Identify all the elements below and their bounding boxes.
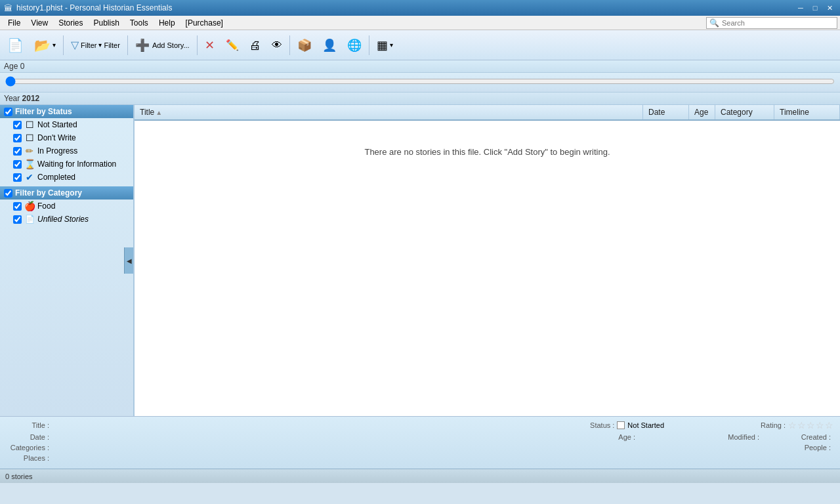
completed-icon: ✔ <box>24 172 35 182</box>
completed-checkbox[interactable] <box>13 173 22 182</box>
filter-button[interactable]: ▽ Filter ▾ Filter <box>66 33 125 57</box>
star-4[interactable]: ☆ <box>816 420 824 430</box>
age-slider[interactable] <box>5 75 835 87</box>
age-value: 0 <box>20 62 25 71</box>
food-icon: 🍎 <box>24 201 35 211</box>
filter-item-unfiled[interactable]: 📄 Unfiled Stories <box>0 213 133 226</box>
grid-arrow-icon: ▾ <box>390 41 393 49</box>
people-label: People : <box>788 444 831 452</box>
menu-tools[interactable]: Tools <box>125 17 154 29</box>
food-checkbox[interactable] <box>13 202 22 211</box>
star-3[interactable]: ☆ <box>807 420 815 430</box>
completed-label: Completed <box>37 173 75 182</box>
star-2[interactable]: ☆ <box>797 420 806 430</box>
empty-message: There are no stories in this file. Click… <box>364 147 610 157</box>
filter-status-header[interactable]: Filter by Status <box>0 105 133 118</box>
delete-button[interactable]: ✕ <box>200 33 220 57</box>
places-label: Places : <box>7 454 49 462</box>
bottom-panel: Title : Status : Not Started Rating : ☆ … <box>0 416 840 469</box>
waiting-checkbox[interactable] <box>13 160 22 169</box>
filter-item-in-progress[interactable]: ✏ In Progress <box>0 144 133 158</box>
restore-button[interactable]: □ <box>808 2 822 14</box>
filter-category-checkbox[interactable] <box>4 189 12 198</box>
globe-icon: 🌐 <box>347 39 362 51</box>
filter-item-waiting[interactable]: ⌛ Waiting for Information <box>0 158 133 171</box>
stories-count: 0 stories <box>5 472 33 480</box>
unfiled-icon: 📄 <box>24 215 35 224</box>
filter-label: Filter <box>81 41 96 49</box>
open-icon: 📂 <box>34 39 51 52</box>
filter-item-completed[interactable]: ✔ Completed <box>0 171 133 184</box>
age-info-label: Age : <box>593 433 635 441</box>
filter-category-header[interactable]: Filter by Category <box>0 186 133 200</box>
edit-button[interactable]: ✏️ <box>221 33 243 57</box>
filter-item-dont-write[interactable]: ☐ Don't Write <box>0 131 133 144</box>
status-info: Status : Not Started <box>572 419 664 431</box>
col-category-label: Category <box>721 108 753 117</box>
menu-file[interactable]: File <box>3 17 26 29</box>
menu-stories[interactable]: Stories <box>53 17 88 29</box>
age-label: Age <box>4 62 18 71</box>
filter-status-checkbox[interactable] <box>4 108 12 116</box>
col-age[interactable]: Age <box>689 105 715 119</box>
col-category[interactable]: Category <box>715 105 774 119</box>
col-date[interactable]: Date <box>643 105 689 119</box>
date-info: Date : <box>7 432 52 442</box>
preview-button[interactable]: 👁 <box>267 33 287 57</box>
dont-write-checkbox[interactable] <box>13 134 22 142</box>
filter-item-not-started[interactable]: ☐ Not Started <box>0 118 133 131</box>
waiting-icon: ⌛ <box>24 159 35 169</box>
open-button[interactable]: 📂 ▾ <box>30 33 60 57</box>
edit-icon: ✏️ <box>226 40 239 51</box>
globe-button[interactable]: 🌐 <box>343 33 366 57</box>
unfiled-checkbox[interactable] <box>13 215 22 224</box>
col-date-label: Date <box>648 108 665 117</box>
search-input[interactable] <box>722 19 834 27</box>
new-icon: 📄 <box>7 39 24 52</box>
created-info: Created : <box>788 432 833 442</box>
toolbar-sep-2 <box>127 35 128 55</box>
not-started-checkbox[interactable] <box>13 121 22 129</box>
person-button[interactable]: 👤 <box>318 33 341 57</box>
year-label: Year <box>4 94 20 103</box>
col-timeline[interactable]: Timeline <box>774 105 840 119</box>
filter-item-food[interactable]: 🍎 Food <box>0 200 133 213</box>
menu-publish[interactable]: Publish <box>89 17 125 29</box>
close-button[interactable]: ✕ <box>823 2 836 14</box>
dont-write-label: Don't Write <box>37 133 76 142</box>
collapse-arrow[interactable]: ◀ <box>124 247 133 274</box>
unfiled-label: Unfiled Stories <box>37 215 89 224</box>
box-button[interactable]: 📦 <box>293 33 316 57</box>
titlebar: 🏛 history1.phist - Personal Historian Es… <box>0 0 840 16</box>
box-icon: 📦 <box>297 39 312 51</box>
toolbar: 📄 📂 ▾ ▽ Filter ▾ Filter ➕ Add Story... ✕… <box>0 30 840 60</box>
preview-icon: 👁 <box>272 40 282 51</box>
rating-label: Rating : <box>743 421 786 429</box>
modified-label: Modified : <box>717 433 759 441</box>
toolbar-sep-4 <box>289 35 290 55</box>
created-label: Created : <box>788 433 831 441</box>
menu-purchase[interactable]: [Purchase] <box>180 17 228 29</box>
grid-icon: ▦ <box>377 39 388 51</box>
categories-info: Categories : <box>7 443 52 452</box>
star-1[interactable]: ☆ <box>788 420 797 430</box>
right-panel: Title ▲ Date Age Category Timeline There… <box>135 105 840 416</box>
print-button[interactable]: 🖨 <box>245 33 266 57</box>
col-title[interactable]: Title ▲ <box>135 105 643 119</box>
in-progress-checkbox[interactable] <box>13 147 22 156</box>
new-button[interactable]: 📄 <box>3 33 28 57</box>
add-story-button[interactable]: ➕ Add Story... <box>131 33 194 57</box>
menu-view[interactable]: View <box>26 17 53 29</box>
title-info: Title : <box>7 419 52 431</box>
menu-help[interactable]: Help <box>154 17 180 29</box>
waiting-label: Waiting for Information <box>37 159 116 169</box>
search-icon: 🔍 <box>709 18 719 28</box>
not-started-label: Not Started <box>37 120 77 129</box>
star-5[interactable]: ☆ <box>825 420 833 430</box>
grid-button[interactable]: ▦ ▾ <box>372 33 398 57</box>
rating-info: Rating : ☆ ☆ ☆ ☆ ☆ <box>743 419 833 431</box>
not-started-icon: ☐ <box>24 119 35 130</box>
minimize-button[interactable]: ─ <box>794 2 807 14</box>
toolbar-sep-1 <box>63 35 64 55</box>
app-title: history1.phist - Personal Historian Esse… <box>16 3 172 12</box>
